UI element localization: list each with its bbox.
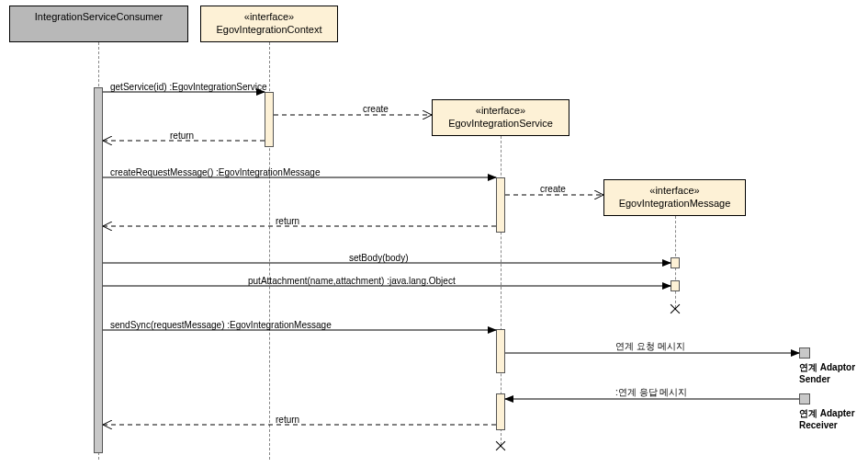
msg-create-2: create xyxy=(540,184,566,194)
msg-putAttachment: putAttachment(name,attachment) :java.lan… xyxy=(248,276,456,286)
external-sender-label: 연계 Adaptor Sender xyxy=(799,361,863,384)
arrows-layer xyxy=(0,0,868,467)
stereotype: «interface» xyxy=(244,11,294,22)
activation-context xyxy=(265,92,274,147)
external-receiver-label: 연계 Adapter Receiver xyxy=(799,407,868,430)
activation-message-2 xyxy=(671,280,680,291)
msg-createRequest: createRequestMessage() :EgovIntegrationM… xyxy=(110,167,320,177)
destroy-icon xyxy=(496,441,505,450)
activation-service-1 xyxy=(496,177,505,233)
msg-return-3: return xyxy=(276,415,299,425)
participant-service: «interface» EgovIntegrationService xyxy=(432,99,569,136)
participant-context: «interface» EgovIntegrationContext xyxy=(200,6,338,42)
participant-message: «interface» EgovIntegrationMessage xyxy=(603,179,746,216)
participant-label: EgovIntegrationMessage xyxy=(619,198,731,209)
msg-response: :연계 응답 메시지 xyxy=(615,386,687,399)
participant-label: EgovIntegrationService xyxy=(448,118,553,129)
destroy-icon xyxy=(671,304,680,313)
msg-sendSync: sendSync(requestMessage) :EgovIntegratio… xyxy=(110,320,332,330)
sequence-diagram: IntegrationServiceConsumer «interface» E… xyxy=(0,0,868,467)
activation-service-2 xyxy=(496,329,505,373)
msg-getService: getService(id) :EgovIntegrationService xyxy=(110,82,267,92)
external-sender-box xyxy=(799,347,810,359)
participant-label: IntegrationServiceConsumer xyxy=(35,11,163,22)
participant-label: EgovIntegrationContext xyxy=(217,24,322,35)
msg-request: 연계 요청 메시지 xyxy=(615,340,685,353)
msg-create-1: create xyxy=(363,104,389,114)
stereotype: «interface» xyxy=(649,185,699,196)
participant-consumer: IntegrationServiceConsumer xyxy=(9,6,188,42)
msg-return-2: return xyxy=(276,216,299,226)
external-receiver-box xyxy=(799,393,810,404)
activation-service-3 xyxy=(496,393,505,430)
stereotype: «interface» xyxy=(476,105,525,116)
activation-consumer xyxy=(94,87,103,453)
activation-message-1 xyxy=(671,257,680,268)
msg-return-1: return xyxy=(170,131,194,141)
msg-setBody: setBody(body) xyxy=(349,253,408,263)
